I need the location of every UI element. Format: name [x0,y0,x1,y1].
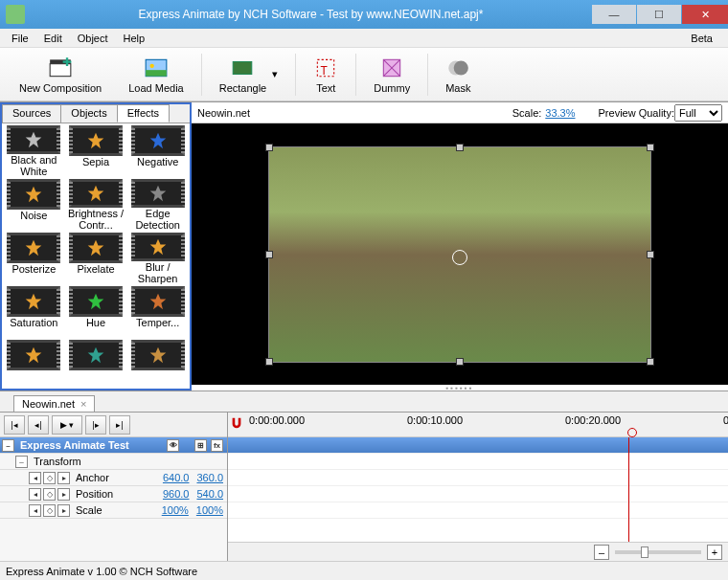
keyframe-icon[interactable]: ◇ [43,504,56,517]
prev-key-icon[interactable]: ◂ [29,504,41,517]
handle-s[interactable] [456,358,464,366]
svg-marker-17 [26,187,42,203]
next-frame-button[interactable]: |▸ [85,415,106,435]
handle-nw[interactable] [265,144,273,151]
collapse-toggle[interactable]: – [2,439,14,452]
goto-end-button[interactable]: ▸| [109,415,130,435]
effect-thumb [69,125,123,156]
close-tab-icon[interactable]: × [80,398,86,410]
effect-item[interactable]: Posterize [4,233,64,284]
transform-row[interactable]: – Transform [0,454,227,470]
property-row[interactable]: ◂◇▸Scale100%100% [0,502,227,519]
effect-item[interactable] [4,340,64,389]
minimize-button[interactable]: — [592,5,636,24]
splitter-horizontal[interactable]: ▪▪▪▪▪▪ [192,385,728,390]
new-composition-button[interactable]: ✚ New Composition [6,50,115,100]
effect-item[interactable]: Hue [66,286,126,338]
property-value[interactable]: 360.0 [193,472,227,483]
keyframe-icon[interactable]: ◇ [43,472,56,484]
handle-se[interactable] [647,358,654,366]
mask-button[interactable]: Mask [432,50,484,100]
playhead-marker[interactable] [627,428,637,437]
next-key-icon[interactable]: ▸ [57,488,70,501]
playhead[interactable] [628,437,629,542]
effect-thumb [7,340,60,370]
property-value[interactable]: 100% [193,504,227,516]
effect-label: Edge Detection [127,208,188,231]
scale-value[interactable]: 33.3% [545,107,575,119]
prev-key-icon[interactable]: ◂ [29,472,41,484]
load-media-button[interactable]: Load Media [115,50,197,100]
timeline-ruler[interactable]: 0:00:00.0000:00:10.0000:00:20.0000:00:30… [228,413,728,437]
menu-help[interactable]: Help [116,33,153,44]
tab-effects[interactable]: Effects [117,104,170,123]
close-button[interactable]: ✕ [682,5,728,24]
next-key-icon[interactable]: ▸ [57,504,70,517]
goto-start-button[interactable]: |◂ [4,415,25,435]
property-value[interactable]: 100% [158,504,193,516]
maximize-button[interactable]: ☐ [637,5,681,24]
effect-item[interactable]: Saturation [4,286,64,338]
prev-frame-button[interactable]: ◂| [28,415,49,435]
timeline-tracks[interactable] [228,437,728,542]
handle-e[interactable] [647,251,654,258]
chevron-down-icon[interactable]: ▾ [272,68,278,80]
effect-item[interactable]: Black and White [4,125,64,177]
effect-item[interactable]: Edge Detection [127,179,188,231]
prev-key-icon[interactable]: ◂ [29,488,41,501]
preview-canvas[interactable] [192,123,728,385]
menu-file[interactable]: File [4,33,36,44]
svg-marker-28 [149,347,166,364]
property-row[interactable]: ◂◇▸Position960.0540.0 [0,486,227,502]
main-area: Sources Objects Effects Black and WhiteS… [0,101,728,390]
property-value[interactable]: 640.0 [159,472,193,483]
zoom-in-button[interactable]: + [707,545,722,560]
effect-item[interactable]: Brightness / Contr... [66,179,126,231]
zoom-out-button[interactable]: – [594,545,609,560]
property-value[interactable]: 540.0 [193,488,227,500]
effect-item[interactable]: Pixelate [66,233,126,284]
play-button[interactable]: ▶ ▾ [52,415,82,435]
next-key-icon[interactable]: ▸ [57,472,70,484]
zoom-slider[interactable] [615,550,701,554]
timeline-panel: Neowin.net × |◂ ◂| ▶ ▾ |▸ ▸| – Express A… [0,390,728,561]
menu-edit[interactable]: Edit [36,33,70,44]
composition-tab[interactable]: Neowin.net × [13,395,95,412]
rectangle-button[interactable]: Rectangle ▾ [206,50,292,100]
text-button[interactable]: T Text [300,50,352,100]
image-icon [144,56,169,80]
handle-n[interactable] [456,144,464,151]
keyframe-icon[interactable]: ◇ [43,488,56,501]
svg-marker-18 [88,186,104,202]
effects-toggle-icon[interactable]: ⊞ [194,439,207,452]
tab-objects[interactable]: Objects [60,104,117,123]
preview-quality-select[interactable]: Full [674,104,722,122]
effect-item[interactable]: Noise [4,179,64,231]
property-name: Anchor [72,472,159,483]
zoom-knob[interactable] [641,547,648,558]
separator [201,54,202,96]
effect-item[interactable] [66,340,126,389]
layer-row[interactable]: – Express Animate Test 👁 ⊞ fx [0,437,227,454]
preview-media[interactable] [268,146,651,363]
handle-w[interactable] [265,251,273,258]
tab-sources[interactable]: Sources [2,104,61,123]
effect-thumb [69,179,123,208]
handle-sw[interactable] [265,358,273,366]
snap-magnet-icon[interactable] [230,416,243,430]
dummy-button[interactable]: Dummy [360,50,423,100]
fx-icon[interactable]: fx [211,439,223,452]
effect-item[interactable] [127,340,188,389]
effect-item[interactable]: Blur / Sharpen [127,233,188,284]
visibility-icon[interactable]: 👁 [167,439,179,452]
effect-item[interactable]: Sepia [66,125,126,177]
property-value[interactable]: 960.0 [159,488,193,500]
beta-label[interactable]: Beta [683,33,720,44]
handle-ne[interactable] [647,144,654,151]
effect-item[interactable]: Negative [127,125,188,177]
menu-object[interactable]: Object [70,33,116,44]
effect-item[interactable]: Temper... [127,286,188,338]
property-row[interactable]: ◂◇▸Anchor640.0360.0 [0,470,227,486]
statusbar: Express Animate v 1.00 © NCH Software [0,561,728,580]
collapse-toggle[interactable]: – [15,456,28,468]
